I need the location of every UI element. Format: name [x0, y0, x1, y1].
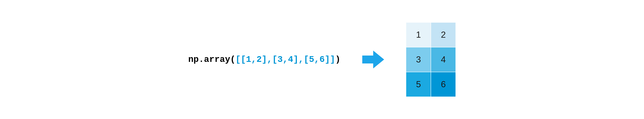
diagram-container: np.array([[1,2],[3,4],[5,6]]) 1 2 3 4 5 … — [188, 22, 456, 97]
matrix-cell: 2 — [431, 22, 456, 47]
arrow-icon — [362, 50, 384, 69]
code-suffix: ) — [335, 55, 340, 64]
matrix-cell: 5 — [406, 72, 431, 97]
matrix-cell: 6 — [431, 72, 456, 97]
code-array-literal: [[1,2],[3,4],[5,6]] — [236, 55, 335, 64]
matrix-cell: 4 — [431, 47, 456, 72]
matrix-grid: 1 2 3 4 5 6 — [406, 22, 456, 97]
code-expression: np.array([[1,2],[3,4],[5,6]]) — [188, 55, 340, 64]
matrix-cell: 3 — [406, 47, 431, 72]
code-prefix: np.array( — [188, 55, 236, 64]
svg-marker-0 — [362, 51, 384, 68]
matrix-cell: 1 — [406, 22, 431, 47]
